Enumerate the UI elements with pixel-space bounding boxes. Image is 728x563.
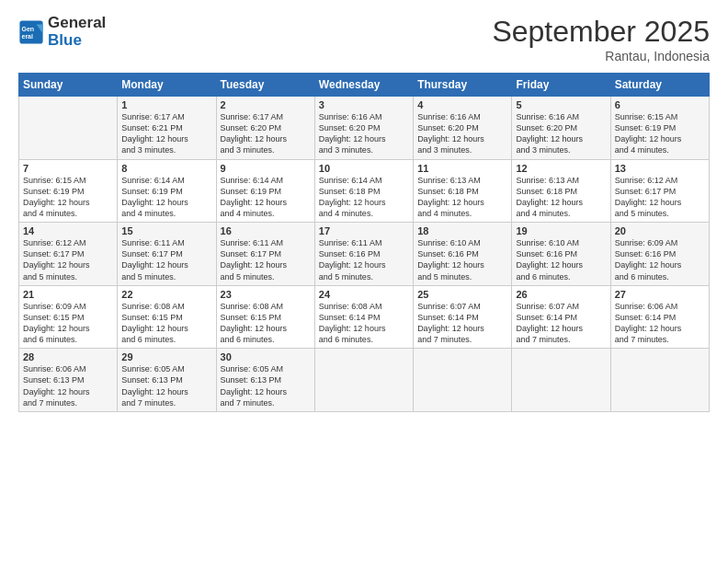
cell-w5-d1: 29Sunrise: 6:05 AM Sunset: 6:13 PM Dayli…	[118, 349, 216, 412]
cell-w1-d6: 6Sunrise: 6:15 AM Sunset: 6:19 PM Daylig…	[610, 97, 709, 160]
day-info: Sunrise: 6:17 AM Sunset: 6:21 PM Dayligh…	[121, 111, 211, 156]
day-info: Sunrise: 6:07 AM Sunset: 6:14 PM Dayligh…	[516, 301, 606, 346]
cell-w5-d6	[610, 349, 709, 412]
day-info: Sunrise: 6:13 AM Sunset: 6:18 PM Dayligh…	[516, 175, 606, 220]
cell-w4-d3: 24Sunrise: 6:08 AM Sunset: 6:14 PM Dayli…	[314, 285, 413, 349]
cell-w1-d5: 5Sunrise: 6:16 AM Sunset: 6:20 PM Daylig…	[512, 97, 610, 160]
day-number: 22	[121, 289, 211, 300]
day-info: Sunrise: 6:09 AM Sunset: 6:16 PM Dayligh…	[615, 237, 705, 282]
cell-w4-d5: 26Sunrise: 6:07 AM Sunset: 6:14 PM Dayli…	[512, 285, 610, 349]
day-info: Sunrise: 6:10 AM Sunset: 6:16 PM Dayligh…	[516, 237, 606, 282]
svg-text:Gen: Gen	[22, 25, 35, 31]
day-number: 11	[417, 163, 507, 174]
page: Gen eral General Blue September 2025 Ran…	[0, 0, 728, 563]
week-row-5: 28Sunrise: 6:06 AM Sunset: 6:13 PM Dayli…	[19, 349, 710, 412]
day-info: Sunrise: 6:16 AM Sunset: 6:20 PM Dayligh…	[417, 111, 507, 156]
header-row: SundayMondayTuesdayWednesdayThursdayFrid…	[19, 74, 710, 97]
day-info: Sunrise: 6:08 AM Sunset: 6:14 PM Dayligh…	[319, 301, 409, 346]
day-info: Sunrise: 6:11 AM Sunset: 6:17 PM Dayligh…	[221, 237, 311, 282]
month-title: September 2025	[492, 15, 710, 49]
cell-w3-d4: 18Sunrise: 6:10 AM Sunset: 6:16 PM Dayli…	[414, 223, 512, 286]
day-number: 4	[417, 99, 507, 110]
col-header-saturday: Saturday	[610, 74, 709, 97]
day-number: 27	[615, 289, 705, 300]
cell-w1-d3: 3Sunrise: 6:16 AM Sunset: 6:20 PM Daylig…	[314, 97, 413, 160]
day-info: Sunrise: 6:09 AM Sunset: 6:15 PM Dayligh…	[23, 301, 113, 346]
day-number: 3	[319, 99, 409, 110]
day-number: 13	[615, 163, 705, 174]
day-number: 1	[121, 99, 211, 110]
cell-w4-d2: 23Sunrise: 6:08 AM Sunset: 6:15 PM Dayli…	[216, 285, 314, 349]
week-row-1: 1Sunrise: 6:17 AM Sunset: 6:21 PM Daylig…	[19, 97, 710, 160]
cell-w1-d2: 2Sunrise: 6:17 AM Sunset: 6:20 PM Daylig…	[216, 97, 314, 160]
day-info: Sunrise: 6:06 AM Sunset: 6:14 PM Dayligh…	[615, 301, 705, 346]
cell-w4-d4: 25Sunrise: 6:07 AM Sunset: 6:14 PM Dayli…	[414, 285, 512, 349]
day-number: 17	[319, 225, 409, 236]
col-header-friday: Friday	[512, 74, 610, 97]
subtitle: Rantau, Indonesia	[492, 49, 710, 63]
cell-w2-d5: 12Sunrise: 6:13 AM Sunset: 6:18 PM Dayli…	[512, 159, 610, 223]
day-info: Sunrise: 6:12 AM Sunset: 6:17 PM Dayligh…	[23, 237, 113, 282]
cell-w3-d3: 17Sunrise: 6:11 AM Sunset: 6:16 PM Dayli…	[314, 223, 413, 286]
cell-w1-d4: 4Sunrise: 6:16 AM Sunset: 6:20 PM Daylig…	[414, 97, 512, 160]
cell-w3-d1: 15Sunrise: 6:11 AM Sunset: 6:17 PM Dayli…	[118, 223, 216, 286]
cell-w1-d0	[19, 97, 118, 160]
cell-w2-d4: 11Sunrise: 6:13 AM Sunset: 6:18 PM Dayli…	[414, 159, 512, 223]
cell-w3-d2: 16Sunrise: 6:11 AM Sunset: 6:17 PM Dayli…	[216, 223, 314, 286]
day-info: Sunrise: 6:14 AM Sunset: 6:19 PM Dayligh…	[121, 175, 211, 220]
day-number: 6	[615, 99, 705, 110]
day-info: Sunrise: 6:17 AM Sunset: 6:20 PM Dayligh…	[221, 111, 311, 156]
day-info: Sunrise: 6:11 AM Sunset: 6:16 PM Dayligh…	[319, 237, 409, 282]
day-number: 30	[221, 351, 311, 362]
header: Gen eral General Blue September 2025 Ran…	[18, 15, 710, 63]
cell-w4-d1: 22Sunrise: 6:08 AM Sunset: 6:15 PM Dayli…	[118, 285, 216, 349]
cell-w4-d0: 21Sunrise: 6:09 AM Sunset: 6:15 PM Dayli…	[19, 285, 118, 349]
day-info: Sunrise: 6:07 AM Sunset: 6:14 PM Dayligh…	[417, 301, 507, 346]
logo-line2: Blue	[48, 32, 106, 50]
day-number: 14	[23, 225, 113, 236]
day-info: Sunrise: 6:14 AM Sunset: 6:18 PM Dayligh…	[319, 175, 409, 220]
cell-w2-d3: 10Sunrise: 6:14 AM Sunset: 6:18 PM Dayli…	[314, 159, 413, 223]
day-number: 7	[23, 163, 113, 174]
day-number: 23	[221, 289, 311, 300]
day-info: Sunrise: 6:14 AM Sunset: 6:19 PM Dayligh…	[221, 175, 311, 220]
day-number: 25	[417, 289, 507, 300]
day-number: 10	[319, 163, 409, 174]
cell-w5-d5	[512, 349, 610, 412]
cell-w5-d4	[414, 349, 512, 412]
day-info: Sunrise: 6:15 AM Sunset: 6:19 PM Dayligh…	[615, 111, 705, 156]
day-number: 26	[516, 289, 606, 300]
logo: Gen eral General Blue	[18, 15, 106, 49]
day-number: 20	[615, 225, 705, 236]
week-row-3: 14Sunrise: 6:12 AM Sunset: 6:17 PM Dayli…	[19, 223, 710, 286]
day-info: Sunrise: 6:10 AM Sunset: 6:16 PM Dayligh…	[417, 237, 507, 282]
week-row-4: 21Sunrise: 6:09 AM Sunset: 6:15 PM Dayli…	[19, 285, 710, 349]
day-number: 29	[121, 351, 211, 362]
cell-w3-d0: 14Sunrise: 6:12 AM Sunset: 6:17 PM Dayli…	[19, 223, 118, 286]
week-row-2: 7Sunrise: 6:15 AM Sunset: 6:19 PM Daylig…	[19, 159, 710, 223]
cell-w1-d1: 1Sunrise: 6:17 AM Sunset: 6:21 PM Daylig…	[118, 97, 216, 160]
day-number: 9	[221, 163, 311, 174]
col-header-wednesday: Wednesday	[314, 74, 413, 97]
day-info: Sunrise: 6:05 AM Sunset: 6:13 PM Dayligh…	[221, 363, 311, 408]
calendar-table: SundayMondayTuesdayWednesdayThursdayFrid…	[18, 73, 710, 412]
title-section: September 2025 Rantau, Indonesia	[492, 15, 710, 63]
day-info: Sunrise: 6:08 AM Sunset: 6:15 PM Dayligh…	[221, 301, 311, 346]
cell-w2-d1: 8Sunrise: 6:14 AM Sunset: 6:19 PM Daylig…	[118, 159, 216, 223]
cell-w2-d0: 7Sunrise: 6:15 AM Sunset: 6:19 PM Daylig…	[19, 159, 118, 223]
cell-w3-d5: 19Sunrise: 6:10 AM Sunset: 6:16 PM Dayli…	[512, 223, 610, 286]
day-info: Sunrise: 6:12 AM Sunset: 6:17 PM Dayligh…	[615, 175, 705, 220]
day-number: 21	[23, 289, 113, 300]
cell-w2-d6: 13Sunrise: 6:12 AM Sunset: 6:17 PM Dayli…	[610, 159, 709, 223]
day-number: 18	[417, 225, 507, 236]
day-info: Sunrise: 6:13 AM Sunset: 6:18 PM Dayligh…	[417, 175, 507, 220]
day-number: 16	[221, 225, 311, 236]
svg-text:eral: eral	[22, 33, 34, 40]
cell-w5-d2: 30Sunrise: 6:05 AM Sunset: 6:13 PM Dayli…	[216, 349, 314, 412]
day-number: 24	[319, 289, 409, 300]
cell-w3-d6: 20Sunrise: 6:09 AM Sunset: 6:16 PM Dayli…	[610, 223, 709, 286]
cell-w4-d6: 27Sunrise: 6:06 AM Sunset: 6:14 PM Dayli…	[610, 285, 709, 349]
day-number: 15	[121, 225, 211, 236]
svg-rect-0	[19, 20, 42, 43]
day-number: 19	[516, 225, 606, 236]
